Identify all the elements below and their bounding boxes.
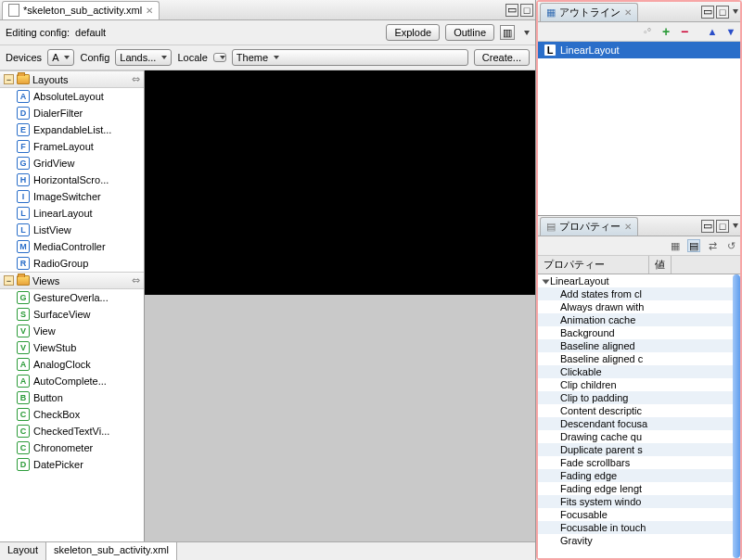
palette-item[interactable]: VView xyxy=(0,323,144,339)
property-row[interactable]: Animation cache xyxy=(538,313,740,326)
create-button[interactable]: Create... xyxy=(474,49,530,66)
palette-item[interactable]: GGestureOverla... xyxy=(0,289,144,306)
editor-tab[interactable]: *skeleton_sub_activity.xml ✕ xyxy=(2,1,160,19)
canvas-preview[interactable] xyxy=(145,70,535,295)
locale-combo[interactable] xyxy=(213,53,226,62)
view-menu-icon[interactable] xyxy=(524,31,530,35)
property-row[interactable]: Focusable xyxy=(538,508,740,521)
palette-item[interactable]: LListView xyxy=(0,222,144,238)
outline-tab[interactable]: ▦ アウトライン ✕ xyxy=(540,3,638,21)
palette-item[interactable]: HHorizontalScro... xyxy=(0,172,144,188)
palette-item[interactable]: RRadioGroup xyxy=(0,255,144,272)
property-row[interactable]: Always drawn with xyxy=(538,300,740,313)
property-row[interactable]: Add states from cl xyxy=(538,287,740,300)
palette-section[interactable]: −Layouts⇔ xyxy=(0,70,144,88)
property-row[interactable]: Clip children xyxy=(538,378,740,391)
section-arrows-icon[interactable]: ⇔ xyxy=(132,73,140,85)
palette-item[interactable]: GGridView xyxy=(0,155,144,172)
property-row[interactable]: Clickable xyxy=(538,365,740,378)
category-icon[interactable]: ▦ xyxy=(669,239,682,252)
minimize-button[interactable]: ▭ xyxy=(701,6,714,19)
palette-item[interactable]: SSurfaceView xyxy=(0,306,144,323)
minimize-button[interactable]: ▭ xyxy=(505,4,518,17)
collapse-icon[interactable]: − xyxy=(4,74,14,84)
property-row[interactable]: Fits system windo xyxy=(538,495,740,508)
properties-tab[interactable]: ▤ プロパティー ✕ xyxy=(540,217,638,235)
maximize-button[interactable]: □ xyxy=(716,220,729,233)
palette-item[interactable]: AAbsoluteLayout xyxy=(0,88,144,105)
drop-toggle-button[interactable]: ▥ xyxy=(500,25,515,40)
col-property: プロパティー xyxy=(538,256,649,274)
col-value: 値 xyxy=(649,256,672,274)
palette-item[interactable]: DDatePicker xyxy=(0,456,144,473)
tab-source[interactable]: skeleton_sub_activity.xml xyxy=(46,542,177,560)
outline-button[interactable]: Outline xyxy=(445,24,494,41)
design-canvas[interactable] xyxy=(145,70,535,541)
close-icon[interactable]: ✕ xyxy=(624,222,632,232)
scrollbar[interactable] xyxy=(733,274,740,558)
palette-item[interactable]: CChronometer xyxy=(0,439,144,456)
property-name: Gravity xyxy=(538,535,649,546)
move-up-icon[interactable]: ▲ xyxy=(706,25,719,38)
chevron-down-icon[interactable] xyxy=(543,280,550,285)
outline-tree[interactable]: L LinearLayout xyxy=(538,42,740,215)
theme-combo[interactable]: Theme xyxy=(232,49,468,66)
property-name: Baseline aligned c xyxy=(538,353,649,364)
palette-item[interactable]: MMediaController xyxy=(0,238,144,255)
properties-header: プロパティー 値 xyxy=(538,256,740,274)
widget-icon: S xyxy=(17,308,30,321)
property-row[interactable]: Content descriptic xyxy=(538,404,740,417)
property-row[interactable]: Fading edge xyxy=(538,469,740,482)
config-combo[interactable]: Lands... xyxy=(115,49,172,66)
section-arrows-icon[interactable]: ⇔ xyxy=(132,274,140,286)
palette-item[interactable]: BButton xyxy=(0,389,144,406)
palette-item[interactable]: CCheckedTextVi... xyxy=(0,423,144,439)
property-row[interactable]: Clip to padding xyxy=(538,391,740,404)
view-menu-icon[interactable] xyxy=(733,223,738,228)
property-row[interactable]: Focusable in touch xyxy=(538,521,740,534)
explode-button[interactable]: Explode xyxy=(386,24,440,41)
property-row[interactable]: Baseline aligned c xyxy=(538,352,740,365)
defaults-icon[interactable]: ↺ xyxy=(724,239,737,252)
palette-item[interactable]: DDialerFilter xyxy=(0,105,144,121)
close-icon[interactable]: ✕ xyxy=(146,6,153,16)
maximize-button[interactable]: □ xyxy=(520,4,533,17)
palette-item[interactable]: EExpandableList... xyxy=(0,121,144,138)
property-row[interactable]: Baseline aligned xyxy=(538,339,740,352)
property-row[interactable]: Fade scrollbars xyxy=(538,456,740,469)
palette-item-label: ListView xyxy=(33,224,71,235)
devices-combo[interactable]: A xyxy=(47,49,74,66)
move-down-icon[interactable]: ▼ xyxy=(724,25,737,38)
widget-icon: A xyxy=(17,358,30,371)
palette-item[interactable]: FFrameLayout xyxy=(0,138,144,155)
close-icon[interactable]: ✕ xyxy=(624,7,632,18)
property-row[interactable]: Gravity xyxy=(538,534,740,547)
property-root-row[interactable]: LinearLayout xyxy=(538,274,740,287)
property-row[interactable]: Duplicate parent s xyxy=(538,443,740,456)
palette-item[interactable]: VViewStub xyxy=(0,339,144,356)
filter-icon[interactable]: ▤ xyxy=(687,239,700,252)
property-row[interactable]: Background xyxy=(538,326,740,339)
palette-item[interactable]: IImageSwitcher xyxy=(0,188,144,205)
outline-item-selected[interactable]: L LinearLayout xyxy=(538,42,740,58)
view-menu-icon[interactable] xyxy=(733,9,738,14)
palette-item[interactable]: AAutoComplete... xyxy=(0,373,144,389)
add-icon[interactable]: + xyxy=(659,25,672,38)
maximize-button[interactable]: □ xyxy=(716,6,729,19)
property-row[interactable]: Fading edge lengt xyxy=(538,482,740,495)
palette-item[interactable]: LLinearLayout xyxy=(0,205,144,222)
collapse-icon[interactable]: − xyxy=(4,275,14,286)
filter-icon[interactable]: ◦° xyxy=(641,25,654,38)
tab-layout[interactable]: Layout xyxy=(0,542,46,560)
palette-item[interactable]: AAnalogClock xyxy=(0,356,144,373)
palette-section[interactable]: −Views⇔ xyxy=(0,272,144,289)
minimize-button[interactable]: ▭ xyxy=(701,220,714,233)
canvas-empty-area[interactable] xyxy=(145,295,535,541)
property-row[interactable]: Drawing cache qu xyxy=(538,430,740,443)
properties-table[interactable]: LinearLayout Add states from clAlways dr… xyxy=(538,274,740,558)
palette-item[interactable]: CCheckBox xyxy=(0,406,144,423)
property-row[interactable]: Descendant focusa xyxy=(538,417,740,430)
palette-item-label: HorizontalScro... xyxy=(33,174,109,185)
remove-icon[interactable]: − xyxy=(678,25,691,38)
advanced-icon[interactable]: ⇄ xyxy=(706,239,719,252)
